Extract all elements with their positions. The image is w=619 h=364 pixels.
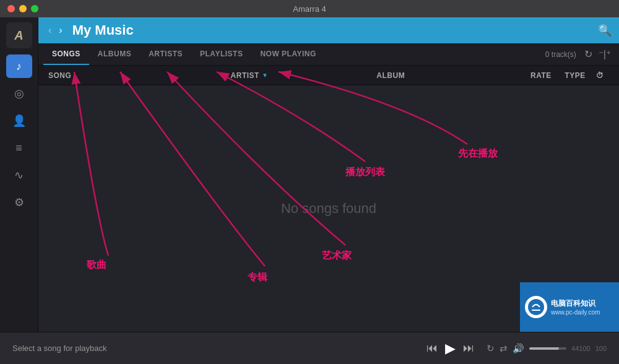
svg-rect-2	[532, 310, 540, 311]
tab-songs[interactable]: SONGS	[43, 43, 89, 65]
sidebar-item-settings[interactable]: ⚙	[6, 191, 32, 214]
nav-back-fwd: ‹ ›	[46, 24, 65, 37]
track-count: 0 track(s)	[545, 50, 576, 59]
page-title: My Music	[72, 22, 591, 38]
queue-icon: ≡	[15, 142, 22, 155]
player-controls: ⏮ ▶ ⏭	[426, 340, 474, 357]
settings-icon: ⚙	[14, 196, 24, 209]
col-type: TYPE	[560, 71, 591, 80]
maximize-button[interactable]	[31, 5, 38, 12]
tab-albums[interactable]: ALBUMS	[89, 43, 140, 65]
sidebar-item-vinyl[interactable]: ◎	[6, 82, 32, 105]
player-bar: Select a song for playback ⏮ ▶ ⏭ ↻ ⇄ 🔊 4…	[0, 332, 619, 364]
skip-forward-button[interactable]: ⏭	[463, 342, 474, 355]
vinyl-icon: ◎	[14, 87, 24, 100]
sidebar-item-user[interactable]: 👤	[6, 109, 32, 132]
window-title: Amarra 4	[293, 4, 326, 14]
sidebar-item-queue[interactable]: ≡	[6, 136, 32, 160]
music-note-icon: ♪	[16, 60, 22, 73]
col-artist: ARTIST ▼	[231, 71, 377, 80]
window-controls	[7, 5, 38, 12]
top-nav: ‹ › My Music 🔍	[38, 17, 619, 43]
column-headers: SONG ARTIST ▼ ALBUM RATE TYPE ⏱	[38, 66, 619, 85]
watermark: 电脑百科知识 www.pc-daily.com	[520, 282, 619, 332]
refresh-icon[interactable]: ↻	[581, 48, 595, 60]
back-button[interactable]: ‹	[46, 24, 54, 37]
tab-now-playing[interactable]: NOW PLAYING	[251, 43, 324, 65]
col-album: ALBUM	[376, 71, 522, 80]
sort-arrow-icon[interactable]: ▼	[262, 72, 268, 79]
playback-status: Select a song for playback	[12, 344, 426, 353]
repeat-icon[interactable]: ↻	[487, 343, 495, 354]
col-rate: RATE	[522, 71, 560, 80]
col-clock: ⏱	[591, 71, 609, 80]
forward-button[interactable]: ›	[56, 24, 64, 37]
sidebar: A ♪ ◎ 👤 ≡ ∿ ⚙	[0, 17, 38, 332]
col-song: SONG	[48, 71, 231, 80]
sidebar-item-waveform[interactable]: ∿	[6, 163, 32, 187]
volume-number: 100	[595, 345, 607, 352]
shuffle-icon[interactable]: ⇄	[500, 343, 508, 354]
volume-icon[interactable]: 🔊	[513, 343, 524, 354]
close-button[interactable]	[7, 5, 15, 12]
sidebar-item-songs[interactable]: ♪	[6, 54, 32, 78]
app-logo: A	[6, 22, 32, 48]
watermark-site-name: 电脑百科知识	[551, 298, 600, 309]
tab-bar: SONGS ALBUMS ARTISTS PLAYLISTS NOW PLAYI…	[38, 43, 619, 66]
user-icon: 👤	[12, 114, 26, 128]
skip-back-button[interactable]: ⏮	[426, 342, 438, 355]
watermark-icon	[525, 296, 547, 318]
waveform-icon: ∿	[14, 168, 24, 182]
settings-columns-icon[interactable]: ⁻|⁺	[595, 48, 614, 60]
watermark-url: www.pc-daily.com	[551, 309, 600, 316]
empty-message: No songs found	[281, 201, 376, 217]
title-bar: Amarra 4	[0, 0, 619, 17]
minimize-button[interactable]	[19, 5, 27, 12]
volume-slider[interactable]	[529, 347, 566, 350]
volume-fill	[529, 347, 559, 350]
sample-rate: 44100	[571, 345, 591, 352]
tab-artists[interactable]: ARTISTS	[140, 43, 191, 65]
play-button[interactable]: ▶	[445, 340, 456, 357]
tab-playlists[interactable]: PLAYLISTS	[191, 43, 251, 65]
player-extra: ↻ ⇄ 🔊 44100 100	[487, 343, 607, 354]
svg-point-1	[528, 299, 544, 315]
search-icon[interactable]: 🔍	[598, 24, 612, 37]
